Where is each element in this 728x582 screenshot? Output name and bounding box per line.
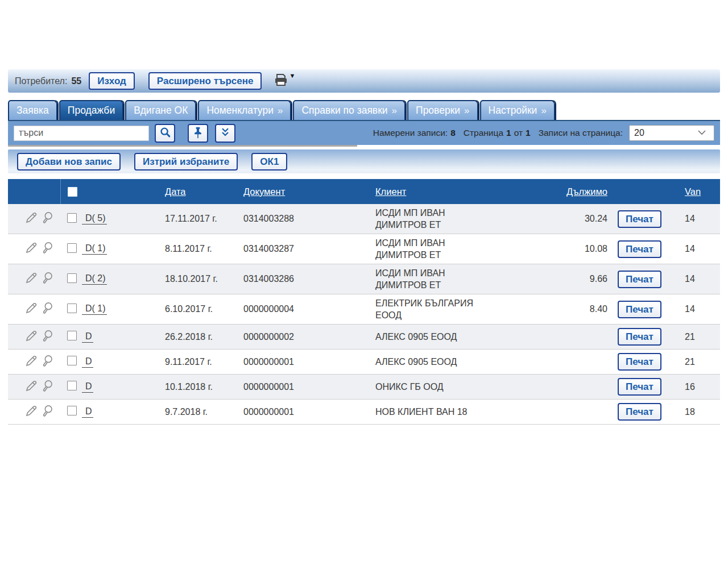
row-detail-link[interactable]: D	[82, 331, 93, 343]
add-record-button[interactable]: Добави нов запис	[17, 153, 121, 171]
search-bar: Намерени записи: 8 Страница 1 от 1 Запис…	[8, 120, 720, 145]
view-magnifier-icon[interactable]	[40, 404, 55, 421]
row-checkbox[interactable]	[67, 304, 77, 313]
action-bar: Добави нов запис Изтрий избраните ОК1	[8, 149, 720, 173]
edit-pencil-icon[interactable]	[24, 329, 39, 346]
table-body: D( 5) 17.11.2017 г. 0314003288 ИСДИ МП И…	[8, 204, 720, 425]
row-checkbox[interactable]	[67, 331, 77, 340]
print-button[interactable]: Печат	[618, 271, 661, 288]
view-magnifier-icon[interactable]	[40, 210, 55, 227]
tab-label: Продажби	[68, 105, 115, 117]
per-page-select[interactable]: 20	[629, 125, 714, 141]
pin-button[interactable]	[188, 124, 208, 143]
row-document: 0314003286	[241, 274, 365, 284]
table-row: D 26.2.2018 г. 0000000002 АЛЕКС 0905 ЕОО…	[8, 325, 720, 350]
main-page: Потребител: 55 Изход Расширено търсене ▼…	[8, 69, 720, 425]
user-value: 55	[71, 76, 81, 86]
row-link-cell: D( 5)	[82, 213, 155, 225]
row-icons-cell	[8, 271, 60, 288]
row-detail-link[interactable]: D( 2)	[82, 273, 107, 285]
delete-selected-button[interactable]: Изтрий избраните	[134, 153, 238, 171]
print-button[interactable]: Печат	[618, 240, 661, 258]
tab-label: Настройки	[489, 105, 537, 117]
ok1-button[interactable]: ОК1	[251, 153, 287, 171]
logout-button[interactable]: Изход	[89, 72, 135, 90]
row-detail-link[interactable]: D	[82, 406, 93, 418]
chevron-down-icon	[697, 128, 706, 138]
top-bar: Потребител: 55 Изход Расширено търсене ▼	[8, 69, 720, 93]
row-date: 9.7.2018 г.	[155, 407, 241, 417]
row-client-cell: ИСДИ МП ИВАН ДИМИТРОВ ЕТ	[365, 264, 553, 294]
row-detail-link[interactable]: D	[82, 381, 93, 393]
view-magnifier-icon[interactable]	[40, 354, 55, 371]
tab-4[interactable]: Справки по заявки»	[293, 100, 406, 120]
tab-0[interactable]: Заявка	[8, 100, 57, 120]
search-button[interactable]	[155, 124, 175, 143]
expand-button[interactable]	[215, 124, 235, 143]
header-van[interactable]: Van	[685, 186, 701, 197]
search-input[interactable]	[14, 126, 149, 141]
row-print-cell: Печат	[617, 353, 679, 371]
tab-1[interactable]: Продажби	[59, 100, 123, 120]
print-button[interactable]: Печат	[618, 403, 661, 421]
row-due: 30.24	[553, 214, 617, 224]
print-button[interactable]: Печат	[618, 378, 661, 396]
row-van: 18	[679, 407, 720, 417]
tab-3[interactable]: Номенклатури»	[198, 100, 291, 120]
row-due: 9.66	[553, 274, 617, 284]
view-magnifier-icon[interactable]	[40, 301, 55, 318]
row-checkbox[interactable]	[67, 273, 77, 283]
edit-pencil-icon[interactable]	[24, 379, 39, 396]
print-menu-button[interactable]: ▼	[274, 73, 295, 89]
advanced-search-button[interactable]: Расширено търсене	[148, 72, 262, 90]
row-icons-cell	[8, 354, 60, 371]
row-document: 0000000004	[241, 304, 365, 314]
row-link-cell: D( 1)	[82, 243, 155, 255]
row-document: 0314003287	[241, 244, 365, 254]
edit-pencil-icon[interactable]	[24, 210, 39, 227]
print-button[interactable]: Печат	[618, 210, 661, 228]
edit-pencil-icon[interactable]	[24, 271, 39, 288]
page-of-label: от	[514, 128, 523, 138]
print-button[interactable]: Печат	[618, 328, 661, 346]
page-label: Страница	[464, 128, 503, 138]
search-panel-shadow	[8, 145, 357, 147]
tab-label: Справки по заявки	[301, 105, 387, 117]
print-button[interactable]: Печат	[618, 301, 661, 318]
tab-2[interactable]: Вдигане ОК	[125, 100, 196, 120]
row-link-cell: D	[82, 356, 155, 368]
select-all-checkbox[interactable]	[68, 187, 77, 197]
row-print-cell: Печат	[617, 328, 679, 346]
row-icons-cell	[8, 329, 60, 346]
row-detail-link[interactable]: D( 5)	[82, 213, 107, 225]
tab-6[interactable]: Настройки»	[480, 100, 555, 120]
pin-icon	[192, 126, 204, 140]
edit-pencil-icon[interactable]	[24, 240, 39, 257]
edit-pencil-icon[interactable]	[24, 404, 39, 421]
view-magnifier-icon[interactable]	[40, 379, 55, 396]
printer-icon	[274, 73, 288, 89]
row-checkbox[interactable]	[67, 213, 77, 223]
row-detail-link[interactable]: D	[82, 356, 93, 368]
view-magnifier-icon[interactable]	[40, 271, 55, 288]
row-checkbox[interactable]	[67, 243, 77, 253]
tab-more-arrow-icon: »	[541, 105, 546, 117]
row-checkbox[interactable]	[67, 356, 77, 365]
table-row: D( 2) 18.10.2017 г. 0314003286 ИСДИ МП И…	[8, 264, 720, 294]
header-date[interactable]: Дата	[165, 186, 186, 197]
view-magnifier-icon[interactable]	[40, 240, 55, 257]
row-print-cell: Печат	[617, 378, 679, 396]
row-checkbox[interactable]	[67, 406, 77, 415]
tab-5[interactable]: Проверки»	[407, 100, 478, 120]
row-checkbox[interactable]	[67, 381, 77, 390]
row-checkbox-cell	[60, 356, 82, 368]
header-document[interactable]: Документ	[243, 186, 285, 197]
header-client[interactable]: Клиент	[375, 186, 406, 197]
row-detail-link[interactable]: D( 1)	[82, 304, 107, 315]
print-button[interactable]: Печат	[618, 353, 661, 371]
edit-pencil-icon[interactable]	[24, 301, 39, 318]
header-due[interactable]: Дължимо	[566, 186, 607, 197]
edit-pencil-icon[interactable]	[24, 354, 39, 371]
view-magnifier-icon[interactable]	[40, 329, 55, 346]
row-detail-link[interactable]: D( 1)	[82, 243, 107, 255]
